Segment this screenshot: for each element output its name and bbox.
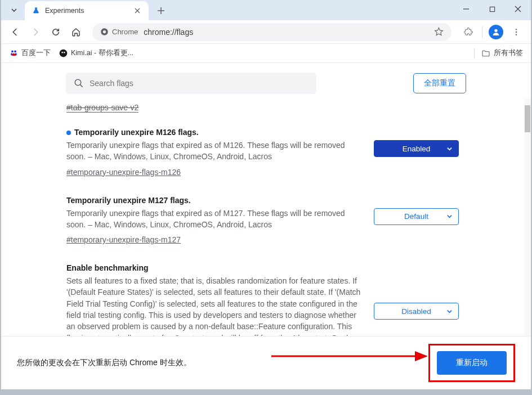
- kimi-icon: [59, 49, 68, 58]
- svg-point-11: [59, 50, 67, 57]
- flag-title: Temporarily unexpire M126 flags.: [66, 128, 363, 137]
- bookmark-label: 百度一下: [21, 48, 51, 58]
- flag-value: Disabled: [401, 307, 431, 316]
- bookmark-item-baidu[interactable]: 百度一下: [9, 48, 51, 58]
- chevron-down-icon: [446, 213, 453, 219]
- minimize-button[interactable]: [453, 0, 479, 18]
- home-button[interactable]: [68, 24, 84, 41]
- menu-button[interactable]: [507, 23, 525, 41]
- restart-message: 您所做的更改会在下次重新启动 Chrome 时生效。: [17, 358, 191, 368]
- close-window-button[interactable]: [505, 0, 531, 18]
- content-area: 全部重置 #tab-groups-save-v2 Temporarily une…: [1, 63, 531, 389]
- reset-all-button[interactable]: 全部重置: [413, 73, 466, 93]
- baidu-icon: [9, 49, 18, 58]
- flag-description: Temporarily unexpire flags that expired …: [66, 140, 363, 163]
- divider: [474, 48, 475, 59]
- svg-point-3: [494, 29, 497, 32]
- search-input[interactable]: [90, 79, 309, 88]
- titlebar: Experiments: [1, 0, 531, 20]
- flag-anchor-partial[interactable]: #tab-groups-save-v2: [66, 103, 459, 112]
- browser-tab[interactable]: Experiments: [25, 1, 149, 20]
- flag-anchor-link[interactable]: #temporary-unexpire-flags-m127: [66, 235, 181, 244]
- flag-title: Enable benchmarking: [66, 263, 363, 272]
- scheme-label: Chrome: [112, 28, 138, 36]
- chrome-scheme-icon: Chrome: [100, 28, 138, 36]
- scrollbar[interactable]: [524, 98, 531, 336]
- flag-anchor-link[interactable]: #temporary-unexpire-flags-m126: [66, 168, 181, 177]
- flag-title: Temporarily unexpire M127 flags.: [66, 196, 363, 205]
- window-controls: [453, 0, 531, 18]
- flag-dropdown[interactable]: Enabled: [374, 140, 459, 157]
- flag-dropdown[interactable]: Default: [374, 208, 459, 225]
- star-icon[interactable]: [434, 27, 444, 37]
- restart-button[interactable]: 重新启动: [437, 351, 507, 375]
- chevron-down-icon: [446, 308, 453, 315]
- svg-point-5: [516, 31, 517, 32]
- maximize-button[interactable]: [479, 0, 505, 18]
- flag-item: Enable benchmarking Sets all features to…: [66, 263, 459, 336]
- flag-item: Temporarily unexpire M126 flags. Tempora…: [66, 128, 459, 177]
- back-button[interactable]: [7, 24, 24, 41]
- browser-window: Experiments Chrome chrome://flags: [1, 0, 531, 389]
- search-flags-box[interactable]: [66, 73, 316, 94]
- flag-description: Sets all features to a fixed state; that…: [66, 275, 363, 336]
- svg-point-14: [75, 79, 81, 86]
- svg-point-12: [61, 52, 63, 53]
- tab-search-dropdown[interactable]: [6, 2, 23, 18]
- flag-description: Temporarily unexpire flags that expired …: [66, 208, 363, 231]
- svg-rect-0: [490, 7, 494, 11]
- search-icon: [74, 78, 84, 88]
- close-icon[interactable]: [133, 6, 142, 15]
- extensions-button[interactable]: [459, 23, 477, 41]
- svg-point-7: [11, 51, 14, 53]
- bookmark-label: Kimi.ai - 帮你看更...: [71, 48, 133, 58]
- svg-point-2: [103, 30, 106, 33]
- toolbar-divider: [482, 26, 482, 38]
- flag-dropdown[interactable]: Disabled: [374, 303, 459, 320]
- bookmarks-bar: 百度一下 Kimi.ai - 帮你看更... 所有书签: [1, 44, 531, 63]
- toolbar: Chrome chrome://flags: [1, 20, 531, 44]
- avatar-icon: [489, 25, 503, 39]
- annotation-highlight: 重新启动: [428, 344, 515, 382]
- chevron-down-icon: [446, 146, 453, 152]
- chevron-down-icon: [11, 7, 17, 14]
- new-tab-button[interactable]: [153, 3, 169, 19]
- flask-icon: [32, 6, 41, 15]
- url-text: chrome://flags: [144, 28, 428, 37]
- flags-header: 全部重置: [1, 69, 531, 98]
- flag-item: Temporarily unexpire M127 flags. Tempora…: [66, 196, 459, 245]
- flag-value: Default: [404, 212, 428, 221]
- svg-point-8: [14, 51, 16, 53]
- svg-point-6: [516, 34, 517, 35]
- scrollbar-thumb[interactable]: [525, 105, 530, 132]
- reload-button[interactable]: [47, 24, 64, 41]
- restart-bar: 您所做的更改会在下次重新启动 Chrome 时生效。 重新启动: [1, 336, 531, 389]
- all-bookmarks-button[interactable]: 所有书签: [481, 48, 523, 58]
- profile-button[interactable]: [487, 23, 505, 41]
- all-bookmarks-label: 所有书签: [494, 48, 523, 58]
- svg-point-13: [64, 52, 65, 53]
- folder-icon: [481, 49, 490, 58]
- address-bar[interactable]: Chrome chrome://flags: [92, 23, 451, 41]
- bookmark-item-kimi[interactable]: Kimi.ai - 帮你看更...: [59, 48, 133, 58]
- svg-point-4: [516, 29, 517, 30]
- modified-indicator-icon: [66, 131, 71, 135]
- flag-value: Enabled: [403, 145, 431, 153]
- tab-title: Experiments: [45, 7, 128, 15]
- flags-list[interactable]: #tab-groups-save-v2 Temporarily unexpire…: [1, 98, 524, 336]
- forward-button[interactable]: [27, 24, 44, 41]
